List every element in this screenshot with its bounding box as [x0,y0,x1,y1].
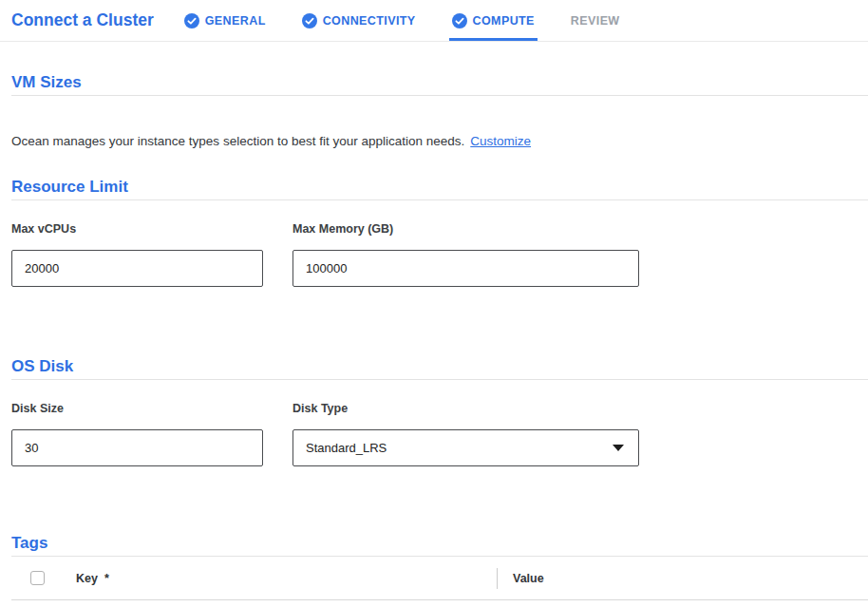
tab-review[interactable]: REVIEW [571,0,620,41]
section-vm-sizes: VM Sizes Ocean manages your instance typ… [11,73,868,150]
check-circle-icon [184,13,199,28]
max-vcpus-field: Max vCPUs [11,222,263,287]
wizard-steps: GENERAL CONNECTIVITY COMPUTE REVIEW [184,0,656,41]
disk-size-input[interactable] [11,429,263,466]
tab-label-review: REVIEW [571,14,620,28]
tags-key-column-header: Key* [76,572,497,585]
disk-type-select[interactable]: Standard_LRS [292,429,639,466]
section-divider [11,95,868,96]
max-vcpus-input[interactable] [11,250,263,287]
section-resource-limit: Resource Limit Max vCPUs Max Memory (GB) [11,178,868,287]
vm-sizes-description-text: Ocean manages your instance types select… [11,134,464,148]
tab-compute[interactable]: COMPUTE [452,0,535,41]
os-disk-heading: OS Disk [11,357,868,376]
select-all-checkbox[interactable] [30,571,45,585]
column-divider [497,568,498,589]
max-memory-input[interactable] [292,250,639,287]
tags-table-header-row: Key* Value [11,557,868,600]
disk-size-field: Disk Size [11,402,263,466]
tab-label-compute: COMPUTE [473,14,535,28]
tab-general[interactable]: GENERAL [184,0,266,41]
required-marker: * [104,572,109,585]
chevron-down-icon [613,445,624,451]
section-divider [11,379,868,380]
disk-type-label: Disk Type [292,402,639,416]
tags-value-column-header: Value [513,572,544,585]
check-circle-icon [452,13,467,28]
page-header: Connect a Cluster GENERAL CONNECTIVITY [0,0,868,42]
tags-heading: Tags [11,534,868,553]
tab-label-general: GENERAL [205,14,266,28]
tab-connectivity[interactable]: CONNECTIVITY [302,0,416,41]
section-os-disk: OS Disk Disk Size Disk Type Standard_LRS [11,357,868,466]
compute-step-content: VM Sizes Ocean manages your instance typ… [11,73,868,600]
check-circle-icon [302,13,317,28]
disk-size-label: Disk Size [11,402,263,416]
tags-key-label: Key [76,572,98,585]
section-tags: Tags Key* Value [11,534,868,600]
resource-limit-heading: Resource Limit [11,178,868,197]
max-memory-label: Max Memory (GB) [292,222,639,237]
customize-link[interactable]: Customize [470,134,531,148]
page-title: Connect a Cluster [11,10,154,30]
vm-sizes-description: Ocean manages your instance types select… [11,133,868,150]
max-vcpus-label: Max vCPUs [11,222,263,237]
disk-type-field: Disk Type Standard_LRS [292,402,639,466]
vm-sizes-heading: VM Sizes [11,73,868,92]
tab-label-connectivity: CONNECTIVITY [323,14,416,28]
max-memory-field: Max Memory (GB) [292,222,639,287]
disk-type-selected-value: Standard_LRS [306,441,387,455]
section-divider [11,199,868,200]
